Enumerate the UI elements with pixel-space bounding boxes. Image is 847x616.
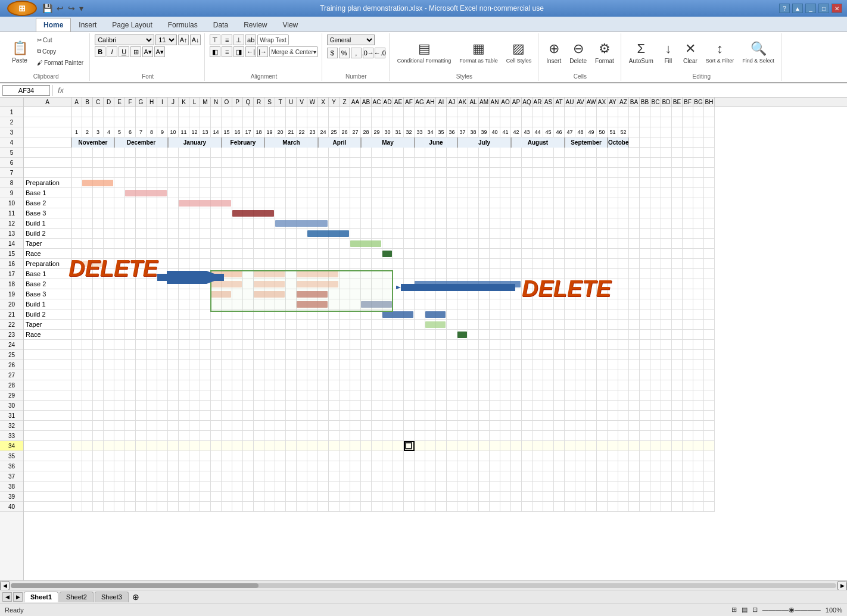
cell[interactable] <box>286 390 297 400</box>
cell[interactable] <box>479 218 490 228</box>
cell[interactable] <box>200 218 211 228</box>
cell[interactable] <box>82 117 93 127</box>
row-num[interactable]: 33 <box>0 431 23 441</box>
cell[interactable] <box>211 431 222 440</box>
cell[interactable] <box>683 421 693 430</box>
cell[interactable] <box>565 198 575 208</box>
cell[interactable] <box>479 360 490 370</box>
cell[interactable] <box>618 178 629 187</box>
cell[interactable] <box>511 370 522 380</box>
cell[interactable] <box>243 259 254 268</box>
cell[interactable] <box>533 279 543 289</box>
cell[interactable] <box>125 360 136 370</box>
cell[interactable] <box>650 390 661 400</box>
cell[interactable] <box>511 148 522 157</box>
row-num[interactable]: 40 <box>0 502 23 512</box>
cell[interactable] <box>597 401 608 410</box>
cell[interactable] <box>211 441 222 451</box>
cell[interactable] <box>425 370 436 380</box>
cell[interactable] <box>672 401 683 410</box>
cell[interactable] <box>597 411 608 420</box>
cell[interactable] <box>168 471 179 481</box>
cell[interactable] <box>404 259 415 268</box>
cell[interactable] <box>565 269 575 279</box>
cell[interactable] <box>232 158 243 167</box>
cell[interactable] <box>436 330 447 339</box>
cell[interactable] <box>500 471 511 481</box>
percent-button[interactable]: % <box>339 48 350 58</box>
zoom-slider[interactable]: ————◉———— <box>762 606 821 614</box>
cell[interactable] <box>275 451 286 461</box>
cell[interactable] <box>189 289 200 299</box>
cell[interactable] <box>479 208 490 218</box>
cell[interactable] <box>200 451 211 461</box>
cell[interactable] <box>372 492 382 501</box>
cell[interactable] <box>661 279 672 289</box>
cell[interactable] <box>436 360 447 370</box>
col-header-A[interactable]: A <box>71 98 82 107</box>
row-num[interactable]: 32 <box>0 421 23 431</box>
cell[interactable] <box>200 340 211 349</box>
cell[interactable] <box>286 168 297 177</box>
cell[interactable] <box>200 461 211 471</box>
cell[interactable] <box>586 148 597 157</box>
cell[interactable] <box>629 492 640 501</box>
cell[interactable] <box>543 471 554 481</box>
cell[interactable] <box>329 208 340 218</box>
cell[interactable] <box>104 380 114 390</box>
cell[interactable] <box>436 198 447 208</box>
cell[interactable] <box>704 239 715 248</box>
cell[interactable] <box>264 107 275 117</box>
cell[interactable] <box>93 218 104 228</box>
cell[interactable] <box>243 188 254 198</box>
cell[interactable] <box>522 168 533 177</box>
cell[interactable] <box>425 259 436 268</box>
cell[interactable] <box>136 360 147 370</box>
cell[interactable] <box>382 117 393 127</box>
cell[interactable] <box>329 178 340 187</box>
cell[interactable] <box>436 451 447 461</box>
cell[interactable] <box>189 421 200 430</box>
cell[interactable] <box>82 390 93 400</box>
cell[interactable] <box>618 198 629 208</box>
cell[interactable] <box>382 188 393 198</box>
cell[interactable] <box>597 117 608 127</box>
cell[interactable] <box>71 481 82 491</box>
cell[interactable] <box>340 178 350 187</box>
cell[interactable] <box>232 401 243 410</box>
cell[interactable] <box>307 350 318 359</box>
col-header-X[interactable]: X <box>318 98 329 107</box>
cell[interactable] <box>490 380 500 390</box>
cell[interactable] <box>629 168 640 177</box>
cell[interactable] <box>307 340 318 349</box>
cell[interactable] <box>168 148 179 157</box>
cell[interactable] <box>490 411 500 420</box>
cell[interactable] <box>447 411 457 420</box>
cell[interactable] <box>533 309 543 319</box>
cell[interactable] <box>618 218 629 228</box>
cell[interactable] <box>629 259 640 268</box>
cell[interactable] <box>468 299 479 309</box>
cell[interactable] <box>254 471 264 481</box>
cell[interactable] <box>629 269 640 279</box>
cell[interactable] <box>704 137 715 147</box>
cell[interactable] <box>672 340 683 349</box>
cell[interactable] <box>500 269 511 279</box>
cell[interactable] <box>200 481 211 491</box>
cell[interactable] <box>393 117 404 127</box>
cell[interactable] <box>168 107 179 117</box>
cell[interactable] <box>683 390 693 400</box>
cell[interactable] <box>704 269 715 279</box>
cell[interactable] <box>693 178 704 187</box>
cell[interactable] <box>425 158 436 167</box>
cell[interactable] <box>618 461 629 471</box>
cell[interactable] <box>211 350 222 359</box>
cell[interactable] <box>361 229 372 238</box>
cell[interactable] <box>425 421 436 430</box>
cell[interactable] <box>104 107 114 117</box>
cell[interactable] <box>554 471 565 481</box>
cell[interactable] <box>340 401 350 410</box>
cell[interactable] <box>554 502 565 511</box>
cell[interactable] <box>361 492 372 501</box>
cell[interactable] <box>372 289 382 299</box>
